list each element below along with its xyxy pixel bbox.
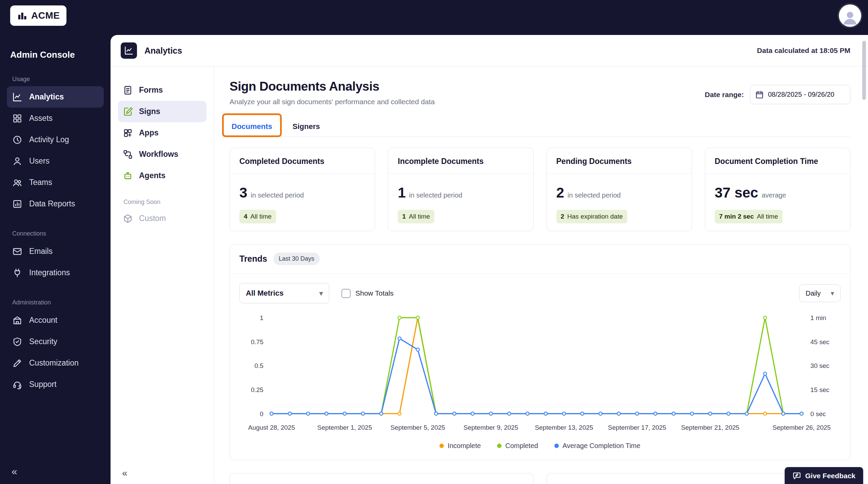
svg-text:September 1, 2025: September 1, 2025 [317,424,372,431]
date-range: Date range: 08/28/2025 - 09/26/20 [705,85,850,104]
report-icon [12,199,22,209]
svg-text:0.5: 0.5 [255,362,263,369]
users-icon [12,178,22,188]
building-icon [12,315,22,325]
stat-value: 3 [239,185,247,201]
sidebar-item-label: Customization [29,358,79,368]
page-content: Sign Documents Analysis Analyze your all… [214,67,868,484]
svg-text:September 17, 2025: September 17, 2025 [608,424,666,431]
sidebar-item-teams[interactable]: Teams [7,172,104,193]
mail-icon [12,246,22,257]
subnav-item-custom[interactable]: Custom [118,208,206,229]
clock-icon [12,135,22,145]
sidebar-item-label: Data Reports [29,199,75,208]
svg-text:0.75: 0.75 [251,338,263,346]
sidebar-item-emails[interactable]: Emails [7,241,104,262]
calendar-icon [755,90,764,99]
sidebar-item-security[interactable]: Security [7,331,104,352]
subnav-item-label: Workflows [139,150,178,159]
sidebar-title: Admin Console [10,50,111,60]
subnav-item-signs[interactable]: Signs [118,101,206,122]
svg-text:30 sec: 30 sec [810,362,829,369]
svg-text:0: 0 [260,410,263,417]
feedback-bubble-icon [792,471,801,480]
sidebar-collapse-icon[interactable]: « [12,466,17,477]
show-totals-label: Show Totals [355,289,394,297]
pen-icon [12,358,22,368]
section-label-usage: Usage [12,76,111,83]
sidebar-item-integrations[interactable]: Integrations [7,262,104,283]
page-title: Sign Documents Analysis [230,79,435,94]
stat-value: 2 [556,185,564,201]
metrics-select[interactable]: All Metrics ▾ [239,283,329,303]
subnav-collapse-icon[interactable]: « [122,468,127,479]
show-totals-checkbox[interactable] [341,289,351,298]
main-card: Analytics Data calculated at 18:05 PM Fo… [111,35,868,484]
date-range-label: Date range: [705,91,744,99]
coming-soon-label: Coming Soon [123,199,214,206]
svg-text:1: 1 [260,314,263,321]
chart-legend: Incomplete Completed Average Completion … [230,436,850,460]
subnav-item-forms[interactable]: Forms [118,79,206,101]
subnav-item-agents[interactable]: Agents [118,165,206,186]
stat-title: Incomplete Documents [388,148,533,174]
subnav-item-apps[interactable]: Apps [118,122,206,144]
scrollbar-thumb[interactable] [862,41,866,100]
acme-logo[interactable]: ACME [10,5,66,26]
subnav-item-workflows[interactable]: Workflows [118,144,206,165]
sidebar-item-analytics[interactable]: Analytics [7,86,104,108]
legend-incomplete: Incomplete [439,442,481,450]
show-totals-toggle[interactable]: Show Totals [341,289,394,298]
stat-suffix: average [762,191,786,199]
subnav-item-label: Forms [139,86,163,95]
sidebar-item-label: Teams [29,178,52,187]
date-range-input[interactable]: 08/28/2025 - 09/26/20 [750,85,850,104]
svg-text:15 sec: 15 sec [810,386,829,393]
user-avatar[interactable] [839,4,861,27]
person-icon [841,8,859,27]
shield-icon [12,337,22,347]
date-range-value: 08/28/2025 - 09/26/20 [768,91,834,98]
trends-card: Trends Last 30 Days All Metrics ▾ Show T… [230,244,850,460]
sidebar-item-label: Account [29,316,57,325]
stat-title: Completed Documents [230,148,375,174]
stat-suffix: in selected period [409,191,462,199]
tab-signers[interactable]: Signers [291,118,322,136]
svg-text:September 5, 2025: September 5, 2025 [390,424,445,431]
sidebar-item-users[interactable]: Users [7,150,104,172]
stat-value: 37 sec [715,185,758,201]
sidebar-item-activity-log[interactable]: Activity Log [7,129,104,150]
svg-text:August 28, 2025: August 28, 2025 [248,424,295,431]
trends-period-badge: Last 30 Days [273,253,320,265]
analytics-subnav: Forms Signs Apps Workflows Agents Coming… [111,67,214,484]
section-label-connections: Connections [12,230,111,237]
grid-icon [12,113,22,124]
svg-text:September 13, 2025: September 13, 2025 [535,424,593,431]
interval-select[interactable]: Daily ▾ [799,284,841,302]
card-header: Analytics Data calculated at 18:05 PM [111,35,868,67]
analytics-header-icon [121,42,137,59]
sign-pen-icon [123,107,133,117]
svg-text:September 21, 2025: September 21, 2025 [681,424,739,431]
svg-text:1 min: 1 min [810,314,826,321]
stat-card-completed-documents: Completed Documents 3in selected period … [230,148,375,231]
subnav-item-label: Agents [139,171,165,180]
sidebar-item-data-reports[interactable]: Data Reports [7,193,104,215]
svg-text:September 26, 2025: September 26, 2025 [772,424,831,431]
stat-value: 1 [398,185,406,201]
stat-title: Document Completion Time [705,148,850,174]
legend-completed: Completed [497,442,538,450]
svg-text:0 sec: 0 sec [810,410,826,417]
tab-documents[interactable]: Documents [230,118,274,137]
chevron-down-icon: ▾ [831,289,834,297]
sidebar-item-assets[interactable]: Assets [7,108,104,129]
sidebar-item-customization[interactable]: Customization [7,352,104,374]
sidebar-item-account[interactable]: Account [7,310,104,331]
give-feedback-button[interactable]: Give Feedback [785,467,863,484]
sidebar-item-support[interactable]: Support [7,374,104,395]
stat-title: Pending Documents [547,148,692,174]
trends-title: Trends [239,254,267,264]
legend-dot-avg-time [554,444,559,448]
cube-icon [123,213,133,224]
sidebar-item-label: Integrations [29,268,70,277]
